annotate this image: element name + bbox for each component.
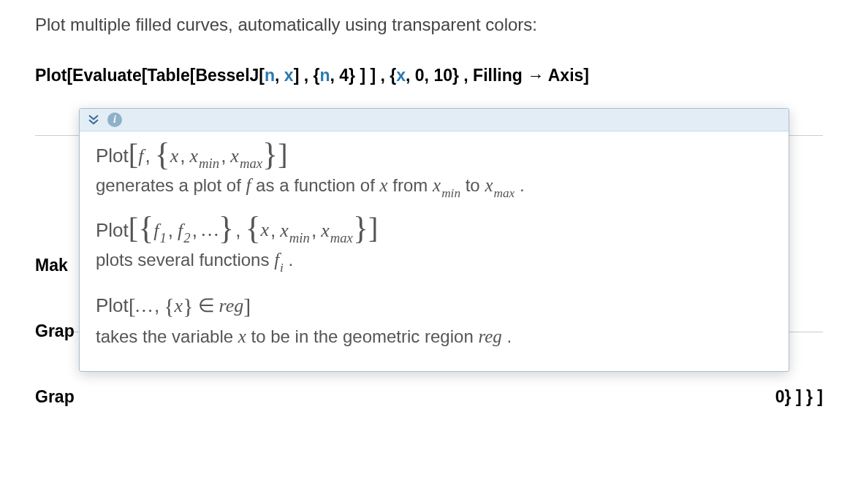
doc-fn-name: Plot [96, 219, 129, 242]
desc-var-sub: min [441, 186, 460, 200]
sig-arg-base: x [230, 145, 239, 167]
code-var-n: n [265, 66, 275, 85]
desc-var-base: x [485, 175, 493, 195]
doc-description: generates a plot of f as a function of x… [96, 172, 772, 200]
desc-var: x [380, 175, 388, 195]
sig-arg-sub: 2 [183, 230, 190, 245]
code-text: ] , { [294, 66, 320, 85]
code-var-x: x [284, 66, 294, 85]
desc-var: reg [478, 327, 501, 346]
code-text: , 0, 10} , Filling → Axis] [406, 66, 589, 85]
doc-entry: Plot [ … , { x } ∈ reg ] takes the varia… [96, 294, 772, 351]
info-icon[interactable]: i [107, 112, 122, 127]
sig-comma: , [154, 294, 159, 317]
code-text: Plot[Evaluate[Table[BesselJ[ [35, 66, 265, 85]
doc-description: plots several functions fi . [96, 246, 772, 275]
code-var-n: n [319, 66, 330, 85]
code-text: , [275, 66, 284, 85]
sig-arg-sub: max [330, 230, 353, 245]
desc-text: takes the variable [96, 327, 238, 346]
sig-arg: … [202, 219, 219, 241]
sig-arg-base: f [153, 220, 159, 241]
desc-text: plots several functions [96, 250, 274, 270]
doc-fn-name: Plot [96, 294, 129, 317]
close-brace: } [183, 294, 193, 318]
close-bracket: ] [243, 294, 251, 318]
desc-text: generates a plot of [96, 175, 246, 195]
open-brace: { [164, 294, 174, 318]
sig-arg: f [138, 145, 143, 167]
doc-tooltip-header: i [80, 109, 789, 131]
sig-comma: , [235, 219, 240, 242]
obscured-code-fragment: 0} ] } ] [775, 387, 823, 407]
sig-comma: , [180, 145, 185, 167]
desc-var-sub: i [280, 261, 284, 275]
sig-arg-base: x [321, 220, 330, 241]
obscured-label: Grap [35, 321, 75, 341]
desc-text: . [289, 250, 294, 270]
desc-text: to [466, 175, 485, 195]
doc-signature: Plot [ { f1 , f2 , … } , { x , [96, 219, 772, 242]
code-var-x: x [396, 66, 406, 85]
double-chevron-down-icon [87, 113, 100, 126]
sig-comma: , [311, 219, 316, 242]
doc-signature: Plot [ f , { x , xmin , xmax } ] [96, 145, 772, 167]
sig-arg-sub: min [289, 230, 310, 245]
sig-arg-sub: min [199, 156, 219, 171]
doc-description: takes the variable x to be in the geomet… [96, 323, 772, 351]
doc-entry: Plot [ { f1 , f2 , … } , { x , [96, 219, 772, 275]
desc-text: as a function of [256, 175, 379, 195]
sig-arg: reg [219, 295, 244, 317]
sig-arg-base: x [280, 220, 289, 241]
doc-signature: Plot [ … , { x } ∈ reg ] [96, 294, 772, 318]
desc-text: to be in the geometric region [251, 327, 479, 346]
code-input-line: Plot[Evaluate[Table[BesselJ[n, x] , {n, … [35, 66, 823, 85]
sig-comma: , [145, 145, 150, 167]
sig-comma: , [168, 219, 173, 242]
sig-arg-base: f [178, 220, 183, 241]
intro-text: Plot multiple filled curves, automatical… [35, 0, 823, 35]
desc-var-sub: max [494, 186, 515, 200]
desc-var: f [246, 175, 251, 195]
doc-tooltip: i Plot [ f , { x , xmin , xm [79, 108, 789, 372]
sig-arg: … [136, 295, 153, 317]
sig-comma: , [192, 219, 197, 242]
sig-arg: x [170, 145, 179, 167]
desc-var-base: x [433, 175, 441, 195]
doc-fn-name: Plot [96, 145, 129, 167]
sig-arg-base: x [190, 145, 199, 167]
code-text: , 4} ] ] , { [330, 66, 397, 85]
sig-arg-sub: max [240, 156, 262, 171]
obscured-label: Grap [35, 387, 75, 407]
open-bracket: [ [129, 294, 136, 318]
desc-text: . [507, 327, 512, 346]
sig-comma: , [221, 145, 226, 167]
desc-var: x [238, 327, 246, 346]
sig-arg: x [261, 219, 270, 241]
desc-text: from [392, 175, 433, 195]
doc-tooltip-body: Plot [ f , { x , xmin , xmax } ] [80, 131, 789, 371]
desc-text: . [520, 175, 525, 195]
desc-var-base: f [274, 250, 279, 270]
sig-comma: , [270, 219, 276, 242]
doc-entry: Plot [ f , { x , xmin , xmax } ] [96, 145, 772, 200]
expand-tooltip-button[interactable] [87, 113, 100, 126]
element-of-icon: ∈ [198, 294, 215, 317]
sig-arg-sub: 1 [160, 230, 167, 245]
sig-arg: x [175, 295, 183, 317]
obscured-label: Mak [35, 256, 68, 275]
